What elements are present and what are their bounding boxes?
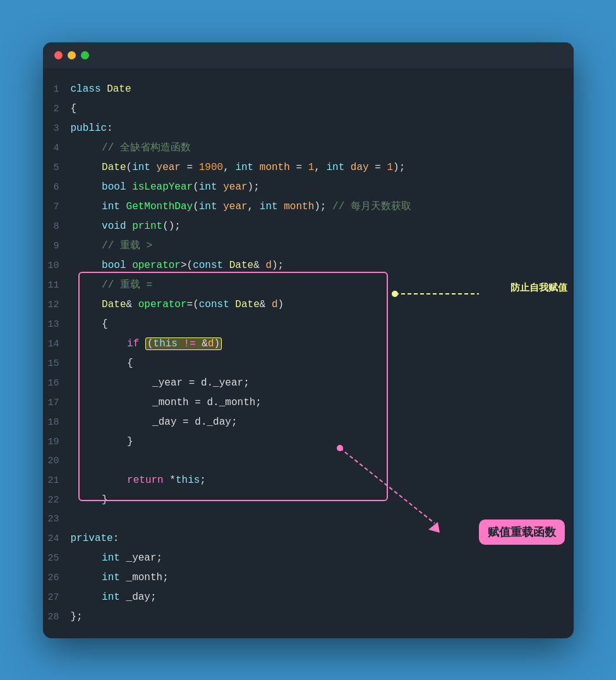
code-line-12: 12 Date& operator=(const Date& d) bbox=[43, 295, 574, 315]
code-area: 1 class Date 2 { 3 public: 4 // 全缺省构造函数 bbox=[43, 68, 574, 638]
code-line-3: 3 public: bbox=[43, 119, 574, 138]
code-line-17: 17 _month = d._month; bbox=[43, 393, 574, 413]
close-button[interactable] bbox=[54, 51, 63, 59]
code-line-2: 2 { bbox=[43, 99, 574, 119]
code-line-19: 19 } bbox=[43, 432, 574, 452]
code-line-6: 6 bool isLeapYear(int year); bbox=[43, 178, 574, 197]
code-line-27: 27 int _day; bbox=[43, 588, 574, 607]
code-line-28: 28 }; bbox=[43, 607, 574, 627]
maximize-button[interactable] bbox=[81, 51, 89, 59]
code-line-10: 10 bool operator>(const Date& d); bbox=[43, 256, 574, 276]
code-line-8: 8 void print(); bbox=[43, 217, 574, 236]
code-line-16: 16 _year = d._year; bbox=[43, 373, 574, 393]
annotation-assign-overload: 赋值重载函数 bbox=[479, 519, 565, 545]
code-line-4: 4 // 全缺省构造函数 bbox=[43, 138, 574, 158]
code-line-14: 14 if (this != &d) bbox=[43, 334, 574, 354]
code-window: 1 class Date 2 { 3 public: 4 // 全缺省构造函数 bbox=[43, 42, 574, 638]
code-line-11: 11 // 重载 = bbox=[43, 276, 574, 295]
code-line-5: 5 Date(int year = 1900, int month = 1, i… bbox=[43, 158, 574, 178]
code-line-1: 1 class Date bbox=[43, 80, 574, 99]
code-line-25: 25 int _year; bbox=[43, 549, 574, 568]
code-line-26: 26 int _month; bbox=[43, 568, 574, 588]
code-line-18: 18 _day = d._day; bbox=[43, 413, 574, 432]
code-line-13: 13 { bbox=[43, 315, 574, 334]
titlebar bbox=[43, 42, 574, 68]
code-line-15: 15 { bbox=[43, 354, 574, 373]
code-line-21: 21 return *this; bbox=[43, 471, 574, 490]
code-line-20: 20 bbox=[43, 452, 574, 471]
code-line-9: 9 // 重载 > bbox=[43, 236, 574, 256]
annotation-prevent-self-assign: 防止自我赋值 bbox=[510, 282, 567, 294]
code-line-7: 7 int GetMonthDay(int year, int month); … bbox=[43, 197, 574, 217]
code-line-22: 22 } bbox=[43, 490, 574, 510]
minimize-button[interactable] bbox=[68, 51, 76, 59]
